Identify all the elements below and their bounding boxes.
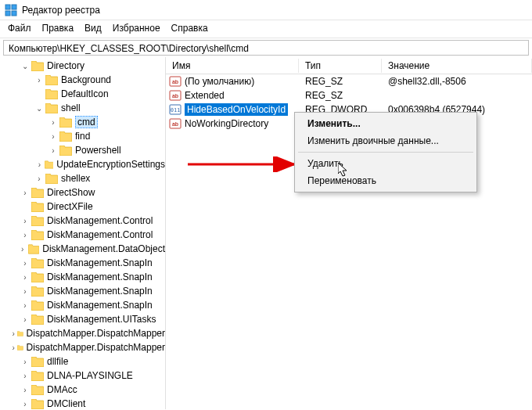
tree-item[interactable]: ›UpdateEncryptionSettings: [0, 157, 165, 171]
expander-icon[interactable]: ⌄: [20, 62, 30, 70]
menu-favorites[interactable]: Избранное: [113, 23, 160, 34]
tree-item[interactable]: ›DMAcc: [0, 383, 165, 397]
col-header-name[interactable]: Имя: [166, 59, 299, 73]
expander-icon[interactable]: ›: [49, 118, 58, 127]
expander-icon[interactable]: ›: [36, 160, 43, 169]
expander-icon[interactable]: ›: [18, 245, 27, 254]
value-name: NoWorkingDirectory: [185, 118, 268, 129]
expander-icon[interactable]: ›: [20, 301, 30, 310]
expander-icon[interactable]: ›: [20, 315, 30, 324]
tree-label: dllfile: [47, 356, 68, 367]
tree-item[interactable]: DefaultIcon: [0, 87, 165, 101]
tree-panel[interactable]: ⌄Directory›BackgroundDefaultIcon⌄shell›c…: [0, 57, 166, 409]
tree-item[interactable]: ⌄shell: [0, 101, 165, 115]
tree-label: DefaultIcon: [61, 88, 109, 99]
menu-edit[interactable]: Правка: [42, 23, 74, 34]
tree-label: shellex: [61, 173, 90, 184]
titlebar: Редактор реестра: [0, 0, 532, 20]
tree-label: DMClient: [47, 398, 85, 409]
cm-modify-binary[interactable]: Изменить двоичные данные...: [297, 132, 475, 149]
menu-file[interactable]: Файл: [8, 23, 31, 34]
svg-rect-3: [12, 11, 16, 16]
expander-icon[interactable]: ›: [34, 76, 44, 85]
tree-label: DiskManagement.UITasks: [47, 314, 156, 325]
expander-icon[interactable]: ›: [20, 259, 30, 268]
expander-icon[interactable]: ⌄: [34, 104, 44, 113]
value-name: Extended: [185, 90, 225, 101]
tree-item[interactable]: ›cmd: [0, 115, 165, 129]
svg-rect-1: [12, 5, 16, 9]
expander-icon[interactable]: ›: [34, 174, 44, 183]
tree-item[interactable]: ›DiskManagement.SnapIn: [0, 284, 165, 298]
tree-item[interactable]: ›shellex: [0, 171, 165, 185]
tree-item[interactable]: ›DiskManagement.Control: [0, 214, 165, 228]
tree-item[interactable]: ›DiskManagement.SnapIn: [0, 256, 165, 270]
svg-rect-2: [5, 11, 10, 16]
tree-item[interactable]: DirectXFile: [0, 200, 165, 214]
window-title: Редактор реестра: [22, 5, 100, 16]
tree-label: DirectXFile: [47, 201, 93, 212]
menubar: Файл Правка Вид Избранное Справка: [0, 20, 532, 38]
tree-label: Directory: [47, 60, 84, 71]
tree-item[interactable]: ›DirectShow: [0, 185, 165, 200]
expander-icon[interactable]: ›: [20, 231, 30, 239]
tree-label: UpdateEncryptionSettings: [56, 159, 165, 170]
tree-item[interactable]: ›DispatchMapper.DispatchMapper: [0, 326, 165, 340]
tree-item[interactable]: ›DiskManagement.SnapIn: [0, 298, 165, 312]
tree-label: shell: [61, 102, 81, 113]
tree-item[interactable]: ›DiskManagement.Control: [0, 228, 165, 242]
col-header-type[interactable]: Тип: [299, 59, 382, 73]
tree-label: DiskManagement.SnapIn: [47, 257, 153, 268]
tree-item[interactable]: ›find: [0, 129, 165, 143]
expander-icon[interactable]: ›: [11, 343, 16, 352]
tree-item[interactable]: ›dllfile: [0, 354, 165, 369]
tree-item[interactable]: ›Background: [0, 73, 165, 87]
value-data: @shell32.dll,-8506: [382, 76, 532, 87]
tree-label: Background: [61, 74, 111, 85]
expander-icon[interactable]: ›: [11, 329, 16, 338]
value-type: REG_SZ: [299, 76, 382, 87]
tree-label: DLNA-PLAYSINGLE: [47, 370, 133, 381]
values-panel: Имя Тип Значение ab(По умолчанию)REG_SZ@…: [166, 57, 532, 409]
expander-icon[interactable]: ›: [20, 217, 30, 225]
value-name: (По умолчанию): [185, 76, 254, 87]
expander-icon[interactable]: ›: [20, 287, 30, 296]
expander-icon[interactable]: ›: [20, 273, 30, 282]
tree-item[interactable]: ›DiskManagement.DataObject: [0, 242, 165, 256]
value-row[interactable]: abExtendedREG_SZ: [166, 88, 532, 102]
expander-icon[interactable]: ›: [20, 386, 30, 394]
tree-item[interactable]: ›DLNA-PLAYSINGLE: [0, 369, 165, 383]
tree-label: DiskManagement.SnapIn: [47, 272, 153, 282]
svg-text:ab: ab: [172, 121, 178, 127]
expander-icon[interactable]: ›: [20, 372, 30, 380]
address-bar[interactable]: Компьютер\HKEY_CLASSES_ROOT\Directory\sh…: [3, 40, 529, 56]
expander-icon[interactable]: ›: [20, 189, 30, 197]
tree-item[interactable]: ›DispatchMapper.DispatchMapper: [0, 340, 165, 354]
tree-item[interactable]: ›DMClient: [0, 397, 165, 409]
svg-rect-0: [5, 5, 10, 9]
context-menu: Изменить... Изменить двоичные данные... …: [294, 112, 477, 192]
cm-rename[interactable]: Переименовать: [297, 172, 475, 189]
expander-icon[interactable]: ›: [49, 132, 58, 141]
tree-label: DMAcc: [47, 384, 77, 395]
col-header-value[interactable]: Значение: [382, 59, 532, 73]
tree-label: DispatchMapper.DispatchMapper: [27, 342, 165, 353]
regedit-icon: [5, 4, 17, 16]
expander-icon[interactable]: ›: [20, 400, 30, 408]
svg-text:ab: ab: [172, 79, 178, 85]
menu-view[interactable]: Вид: [84, 23, 102, 34]
tree-item[interactable]: ⌄Directory: [0, 59, 165, 73]
expander-icon[interactable]: ›: [49, 146, 58, 155]
svg-text:011: 011: [171, 107, 181, 113]
expander-icon[interactable]: ›: [20, 358, 30, 366]
svg-marker-14: [338, 163, 347, 176]
menu-help[interactable]: Справка: [171, 23, 208, 34]
tree-item[interactable]: ›DiskManagement.SnapIn: [0, 270, 165, 284]
tree-item[interactable]: ›DiskManagement.UITasks: [0, 312, 165, 326]
tree-item[interactable]: ›Powershell: [0, 143, 165, 157]
cursor-icon: [338, 163, 350, 178]
cm-modify[interactable]: Изменить...: [297, 115, 475, 132]
cm-delete[interactable]: Удалить: [297, 155, 475, 172]
value-name: HideBasedOnVelocityId: [185, 103, 288, 116]
value-row[interactable]: ab(По умолчанию)REG_SZ@shell32.dll,-8506: [166, 74, 532, 88]
